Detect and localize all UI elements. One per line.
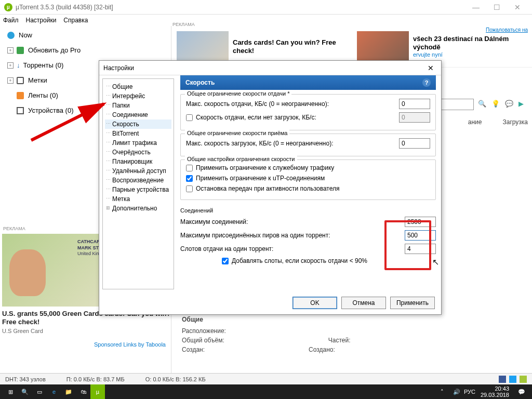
lightbulb-icon[interactable]: 💡 [491,100,501,109]
pane-title: Скорость [185,79,215,86]
window-title: µTorrent 3.5.3 (build 44358) [32-bit] [16,4,113,11]
chat-icon[interactable]: 💬 [505,100,514,109]
tray-chevron-icon[interactable]: ˄ [435,384,449,399]
sidebar-label: Обновить до Pro [28,46,81,54]
search-icon[interactable]: 🔍 [18,384,32,399]
add-slots-label: Добавлять слоты, если скорость отдачи < … [232,257,436,264]
gen-size-label: Общий объём: [182,337,224,344]
limit-utp-label: Применить ограничение к uTP-соединениям [196,175,430,182]
tab-download[interactable]: Загрузка [502,118,528,126]
arrow-down-icon: ↓ [17,61,20,69]
tray-lang[interactable]: РУС [464,389,475,395]
add-slots-checkbox[interactable] [222,258,229,264]
group-title: Общие настройки ограничения скорости [185,156,297,162]
group-upload: Общее ограничение скорости отдачи * Макс… [180,94,436,130]
volume-icon[interactable]: 🔊 [449,384,464,399]
ad-text: všech 23 destinací na Dálném východě [413,35,527,51]
limit-utp-checkbox[interactable] [186,175,193,182]
max-conn-label: Максимум соединений: [180,218,402,225]
expand-icon[interactable]: + [7,77,14,84]
nav-folders[interactable]: Папки [105,101,171,110]
status-upload: О: 0.0 КБ/с В: 156.2 КБ [145,376,206,382]
taskbar: ⊞ 🔍 ▭ e 📁 🛍 µ ˄ 🔊 РУС 20:43 29.03.2018 💬 [0,384,532,399]
nav-advanced[interactable]: Дополнительно [105,204,171,213]
settings-pane: Скорость ? Общее ограничение скорости от… [177,75,441,292]
max-download-input[interactable] [399,138,430,149]
android-icon[interactable] [520,376,527,383]
gen-parts-label: Частей: [328,337,351,344]
nav-traffic[interactable]: Лимит трафика [105,138,171,148]
limit-stop-label: Остановка передач при активности пользов… [196,185,430,192]
nav-queue[interactable]: Очерёдность [105,148,171,157]
slots-input[interactable] [405,244,436,254]
cancel-button[interactable]: Отмена [341,297,386,309]
dialog-title: Настройки [103,64,134,72]
expand-icon[interactable]: + [7,62,14,69]
close-button[interactable]: ✕ [507,3,528,11]
list-tabs: ание Загрузка [468,118,528,126]
ok-button[interactable]: OK [292,297,337,309]
ad-label: РЕКЛАМА [172,22,195,27]
help-icon[interactable]: ? [422,78,431,87]
nav-bittorrent[interactable]: BitTorrent [105,129,171,138]
expand-icon[interactable]: + [7,47,14,54]
ad-sponsor-link[interactable]: Sponsored Links by Taboola [2,341,171,348]
search-icon[interactable]: 🔍 [478,100,487,109]
nav-remote[interactable]: Удалённый доступ [105,166,171,176]
sidebar-label: Метки [28,76,47,84]
minimize-button[interactable]: — [466,3,486,11]
menubar: Файл Настройки Справка [0,15,532,26]
alt-upload-checkbox[interactable] [186,114,193,121]
ad-card-image: CATHCARTMARK STEVEUnited Kingd [2,234,111,307]
nav-connection[interactable]: Соединение [105,110,171,119]
gen-created-label: Создан: [182,346,205,353]
sidebar-item-upgrade[interactable]: + Обновить до Pro [5,44,166,56]
group-title: Соединений [180,207,436,214]
gen-location-label: Расположение: [182,327,226,335]
max-conn-input[interactable] [405,217,436,227]
ad-side-sub: U.S Green Card [2,328,171,334]
sidebar-item-now[interactable]: Now [5,29,166,41]
nav-playback[interactable]: Воспроизведение [105,176,171,185]
ad-report-link[interactable]: Пожаловаться на [486,27,528,33]
start-button[interactable]: ⊞ [3,384,18,399]
rss-icon [17,92,24,99]
nav-paired[interactable]: Парные устройства [105,185,171,194]
facebook-icon[interactable] [499,376,506,383]
store-icon[interactable]: 🛍 [76,384,90,399]
play-icon[interactable]: ▶ [518,100,528,109]
notifications-icon[interactable]: 💬 [514,384,529,399]
dialog-close-button[interactable]: ✕ [424,64,437,72]
social-icons [499,376,527,383]
nav-scheduler[interactable]: Планировщик [105,157,171,166]
ad-thumb [177,31,229,62]
edge-icon[interactable]: e [47,384,61,399]
nav-speed[interactable]: Скорость [105,119,171,129]
maximize-button[interactable]: ☐ [486,3,507,11]
gen-createdby-label: Создано: [309,346,335,353]
max-upload-input[interactable] [399,99,430,109]
tray-clock[interactable]: 20:43 29.03.2018 [475,385,514,398]
nav-label[interactable]: Метка [105,194,171,204]
max-peers-input[interactable] [405,230,436,241]
nav-general[interactable]: Общие [105,82,171,91]
now-icon [7,32,15,39]
ad-label-side: РЕКЛАМА [3,226,25,231]
device-icon [17,107,24,114]
menu-file[interactable]: Файл [3,17,19,24]
apply-button[interactable]: Применить [390,297,435,309]
taskview-icon[interactable]: ▭ [32,384,47,399]
general-title: Общие [182,316,527,323]
nav-interface[interactable]: Интерфейс [105,91,171,101]
utorrent-taskbar-icon[interactable]: µ [90,384,105,399]
limit-stop-checkbox[interactable] [186,185,193,192]
ad-thumb [357,31,409,62]
menu-settings[interactable]: Настройки [26,17,57,24]
twitter-icon[interactable] [509,376,516,383]
statusbar: DHT: 343 узлов П: 0.0 КБ/с В: 83.7 МБ О:… [0,373,532,384]
tab-status[interactable]: ание [468,118,482,126]
limit-service-checkbox[interactable] [186,165,193,171]
alt-upload-label: Скорость отдачи, если нет загрузок, КБ/с… [196,114,396,121]
menu-help[interactable]: Справка [63,17,88,24]
explorer-icon[interactable]: 📁 [61,384,76,399]
